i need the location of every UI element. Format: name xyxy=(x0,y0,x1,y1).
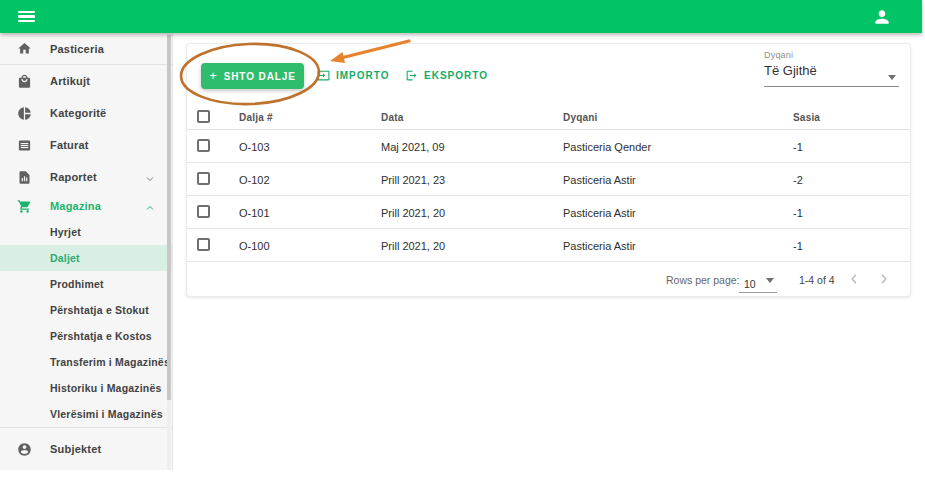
eksporto-button[interactable]: EKSPORTO xyxy=(405,68,488,83)
row-checkbox[interactable] xyxy=(197,205,210,218)
sidebar-item-label: Magazina xyxy=(50,200,101,212)
dropdown-caret-icon xyxy=(766,278,774,283)
previous-page-button[interactable] xyxy=(845,270,863,288)
table-pagination: Rows per page: 10 1-4 of 4 xyxy=(187,262,910,297)
column-header-data: Data xyxy=(381,112,403,123)
table-row[interactable]: O-102 Prill 2021, 23 Pasticeria Astir -2 xyxy=(187,163,910,196)
shto-dalje-button[interactable]: + SHTO DALJE xyxy=(201,63,304,89)
cell-data: Maj 2021, 09 xyxy=(381,141,445,153)
row-checkbox[interactable] xyxy=(197,139,210,152)
dropdown-caret-icon xyxy=(888,75,896,80)
sidebar-subitem-historiku[interactable]: Historiku i Magazinës xyxy=(0,375,172,401)
column-header-dyqani: Dyqani xyxy=(563,112,598,123)
table-header-row: Dalja # Data Dyqani Sasia xyxy=(187,106,910,130)
rows-per-page-select[interactable]: 10 xyxy=(744,274,756,292)
sidebar-item-label: Artikujt xyxy=(50,75,90,87)
sidebar-item-label: Faturat xyxy=(50,139,89,151)
cell-data: Prill 2021, 20 xyxy=(381,207,445,219)
store-filter-label: Dyqani xyxy=(764,50,899,60)
sidebar-subitem-hyrjet[interactable]: Hyrjet xyxy=(0,219,172,245)
pie-chart-icon xyxy=(17,106,32,121)
row-checkbox[interactable] xyxy=(197,238,210,251)
importo-label: IMPORTO xyxy=(336,70,389,81)
sidebar-item-label: Pasticeria xyxy=(50,43,104,55)
column-header-dalja: Dalja # xyxy=(239,112,273,123)
select-underline xyxy=(739,292,777,293)
next-page-button[interactable] xyxy=(875,270,893,288)
sidebar-item-magazina[interactable]: Magazina xyxy=(0,193,172,219)
sidebar-item-subjektet[interactable]: Subjektet xyxy=(0,428,172,470)
cart-icon xyxy=(17,199,32,214)
app-header xyxy=(0,0,922,33)
cell-sasia: -1 xyxy=(793,141,803,153)
sidebar-subitem-label: Prodhimet xyxy=(50,278,104,290)
home-icon xyxy=(17,41,32,56)
sidebar-item-faturat[interactable]: Faturat xyxy=(0,129,172,161)
sidebar-subitem-daljet[interactable]: Daljet xyxy=(0,245,172,271)
report-icon xyxy=(17,170,32,185)
cell-dyqani: Pasticeria Qender xyxy=(563,141,651,153)
store-filter-select[interactable]: Dyqani Të Gjithë xyxy=(764,50,899,78)
column-header-sasia: Sasia xyxy=(793,112,820,123)
sidebar-subitem-transferim[interactable]: Transferim i Magazinës xyxy=(0,349,172,375)
cell-data: Prill 2021, 23 xyxy=(381,174,445,186)
importo-button[interactable]: IMPORTO xyxy=(317,68,389,83)
cell-dalja: O-100 xyxy=(239,240,270,252)
cell-data: Prill 2021, 20 xyxy=(381,240,445,252)
sidebar-subitem-label: Përshtatja e Stokut xyxy=(50,304,149,316)
sidebar-subitem-label: Hyrjet xyxy=(50,226,81,238)
sidebar-item-label: Kategoritë xyxy=(50,107,106,119)
sidebar-subitem-pershtatja-stokut[interactable]: Përshtatja e Stokut xyxy=(0,297,172,323)
cell-dyqani: Pasticeria Astir xyxy=(563,174,636,186)
shopping-bag-icon xyxy=(17,74,32,89)
sidebar-subitem-label: Daljet xyxy=(50,252,80,264)
cell-dalja: O-103 xyxy=(239,141,270,153)
table-row[interactable]: O-100 Prill 2021, 20 Pasticeria Astir -1 xyxy=(187,229,910,262)
import-icon xyxy=(317,69,330,82)
app-root: Pasticeria Artikujt Kategoritë Faturat R… xyxy=(0,0,925,479)
menu-icon[interactable] xyxy=(18,11,35,23)
cell-sasia: -2 xyxy=(793,174,803,186)
pagination-range: 1-4 of 4 xyxy=(799,274,835,286)
eksporto-label: EKSPORTO xyxy=(424,70,488,81)
account-circle-icon xyxy=(17,442,32,457)
sidebar-item-pasticeria[interactable]: Pasticeria xyxy=(0,33,172,64)
sidebar-subitem-prodhimet[interactable]: Prodhimet xyxy=(0,271,172,297)
row-checkbox[interactable] xyxy=(197,172,210,185)
sidebar-subitem-label: Vlerësimi i Magazinës xyxy=(50,408,163,420)
shto-dalje-label: SHTO DALJE xyxy=(224,71,296,82)
store-filter-value: Të Gjithë xyxy=(764,63,899,78)
sidebar-scrollbar-thumb[interactable] xyxy=(167,35,171,400)
sidebar-item-kategorite[interactable]: Kategoritë xyxy=(0,97,172,129)
sidebar-item-label: Raportet xyxy=(50,171,97,183)
cell-dalja: O-101 xyxy=(239,207,270,219)
cell-dalja: O-102 xyxy=(239,174,270,186)
chevron-down-icon xyxy=(144,171,156,183)
sidebar-subitem-label: Transferim i Magazinës xyxy=(50,356,170,368)
table-row[interactable]: O-101 Prill 2021, 20 Pasticeria Astir -1 xyxy=(187,196,910,229)
sidebar-item-artikujt[interactable]: Artikujt xyxy=(0,65,172,97)
cell-sasia: -1 xyxy=(793,207,803,219)
select-underline xyxy=(764,86,899,87)
rows-per-page-label: Rows per page: xyxy=(666,274,740,286)
person-icon[interactable] xyxy=(872,7,892,27)
sidebar: Pasticeria Artikujt Kategoritë Faturat R… xyxy=(0,33,173,470)
chevron-up-icon xyxy=(144,200,156,212)
sidebar-item-raportet[interactable]: Raportet xyxy=(0,161,172,193)
cell-sasia: -1 xyxy=(793,240,803,252)
cell-dyqani: Pasticeria Astir xyxy=(563,240,636,252)
rows-per-page-value: 10 xyxy=(744,278,756,290)
receipt-icon xyxy=(17,138,32,153)
sidebar-subitem-vleresimi[interactable]: Vlerësimi i Magazinës xyxy=(0,401,172,427)
content-card: + SHTO DALJE IMPORTO EKSPORTO Dyqani Të … xyxy=(186,43,911,297)
sidebar-subitem-pershtatja-kostos[interactable]: Përshtatja e Kostos xyxy=(0,323,172,349)
cell-dyqani: Pasticeria Astir xyxy=(563,207,636,219)
sidebar-scrollbar[interactable] xyxy=(167,33,171,470)
sidebar-subitem-label: Përshtatja e Kostos xyxy=(50,330,152,342)
sidebar-subitem-label: Historiku i Magazinës xyxy=(50,382,162,394)
table-row[interactable]: O-103 Maj 2021, 09 Pasticeria Qender -1 xyxy=(187,130,910,163)
select-all-checkbox[interactable] xyxy=(197,110,210,123)
plus-icon: + xyxy=(209,68,218,83)
sidebar-item-label: Subjektet xyxy=(50,443,101,455)
export-icon xyxy=(405,69,418,82)
